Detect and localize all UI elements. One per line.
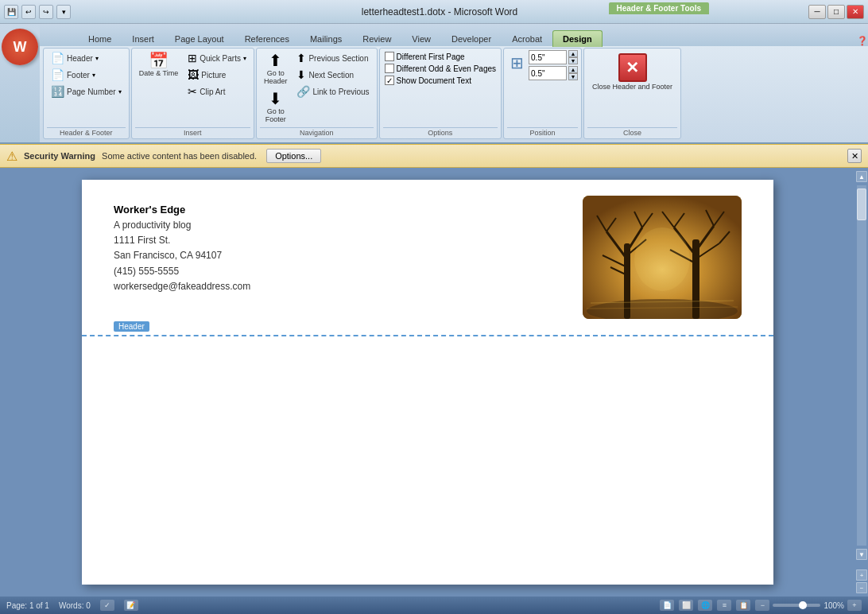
footer-position-input[interactable]: [529, 66, 567, 80]
header-tag: Header: [114, 321, 149, 332]
show-doc-text-row: ✓ Show Document Text: [385, 76, 496, 85]
hf-col: 📄 Header ▾ 📄 Footer ▾: [47, 50, 126, 99]
security-warning-icon: ⚠: [6, 149, 17, 164]
tab-view[interactable]: View: [401, 30, 441, 47]
go-to-footer-button[interactable]: ⬇ Go toFooter: [262, 88, 290, 126]
view-full-screen-icon[interactable]: ⬜: [679, 600, 693, 611]
app-window: 💾 ↩ ↪ ▾ letterheadtest1.dotx - Microsoft…: [0, 0, 868, 614]
previous-section-button[interactable]: ⬆ Previous Section: [293, 50, 373, 66]
footer-pos-up[interactable]: ▲: [568, 66, 578, 73]
tab-bar: Home Insert Page Layout References Maili…: [40, 24, 868, 46]
tab-acrobat[interactable]: Acrobat: [502, 30, 552, 47]
minimize-button[interactable]: ─: [808, 5, 826, 19]
footer-pos-spinner: ▲ ▼: [568, 66, 578, 80]
close-header-footer-button[interactable]: ✕ Close Header and Footer: [587, 50, 677, 94]
diff-odd-even-checkbox[interactable]: [385, 64, 394, 73]
addr-line-2: 1111 First St.: [114, 233, 250, 248]
goto-header-icon: ⬆: [269, 52, 282, 68]
security-options-button[interactable]: Options...: [266, 149, 321, 163]
clip-art-icon: ✂: [188, 85, 197, 98]
view-print-icon[interactable]: 📄: [660, 600, 674, 611]
right-scrollbar: ▲ ▼ + −: [855, 168, 868, 597]
scroll-up-btn[interactable]: ▲: [856, 171, 867, 182]
word-count: Words: 0: [59, 601, 91, 610]
tab-home[interactable]: Home: [78, 30, 122, 47]
tab-developer[interactable]: Developer: [441, 30, 502, 47]
view-draft-icon[interactable]: 📋: [736, 600, 750, 611]
body-section[interactable]: [82, 336, 773, 559]
header-button[interactable]: 📄 Header ▾: [47, 50, 126, 66]
header-image: [583, 196, 742, 319]
diff-odd-even-label: Different Odd & Even Pages: [397, 64, 496, 73]
zoom-out-icon[interactable]: −: [755, 600, 769, 611]
qa-extra-btn[interactable]: ▾: [56, 5, 71, 19]
quick-parts-button[interactable]: ⊞ Quick Parts ▾: [184, 50, 250, 66]
status-bar: Page: 1 of 1 Words: 0 ✓ 📝 📄 ⬜ 🌐 ≡ 📋 − 10…: [0, 597, 868, 614]
zoom-out-small-btn[interactable]: −: [856, 582, 867, 593]
view-outline-icon[interactable]: ≡: [717, 600, 731, 611]
nav-buttons: ⬆ Go toHeader ⬇ Go toFooter ⬆: [260, 50, 374, 126]
next-section-icon: ⬇: [296, 68, 306, 81]
svg-point-22: [634, 227, 690, 291]
track-changes-icon[interactable]: 📝: [124, 600, 138, 611]
footer-dropdown-icon: ▾: [92, 72, 95, 79]
footer-button[interactable]: 📄 Footer ▾: [47, 67, 126, 83]
date-time-button[interactable]: 📅 Date & Time: [135, 50, 183, 80]
goto-header-label: Go toHeader: [264, 69, 288, 85]
tree-svg: [583, 196, 742, 319]
go-to-header-button[interactable]: ⬆ Go toHeader: [260, 50, 292, 87]
link-prev-label: Link to Previous: [312, 87, 369, 96]
next-section-button[interactable]: ⬇ Next Section: [293, 67, 373, 83]
zoom-thumb[interactable]: [799, 601, 807, 609]
tab-references[interactable]: References: [234, 30, 300, 47]
header-dropdown-icon: ▾: [95, 55, 99, 62]
group-position: ⊞ ▲ ▼: [503, 48, 582, 139]
office-btn-wrap: W: [0, 24, 40, 142]
insert-col2: ⊞ Quick Parts ▾ 🖼 Picture ✂: [184, 50, 250, 99]
page-info: Page: 1 of 1: [6, 601, 49, 610]
tab-review[interactable]: Review: [352, 30, 401, 47]
scroll-thumb[interactable]: [857, 188, 866, 220]
pagenum-dropdown-icon: ▾: [118, 88, 122, 95]
header-position-input[interactable]: [529, 50, 567, 64]
footer-pos-row: ▲ ▼: [529, 66, 578, 80]
link-to-previous-button[interactable]: 🔗 Link to Previous: [293, 84, 373, 99]
insert-group-label: Insert: [135, 127, 250, 137]
zoom-in-small-btn[interactable]: +: [856, 569, 867, 581]
clip-art-button[interactable]: ✂ Clip Art: [184, 84, 250, 99]
page-number-button[interactable]: 🔢 Page Number ▾: [47, 84, 126, 99]
zoom-in-icon[interactable]: +: [847, 600, 862, 611]
ribbon: W Home Insert Page Layout References Mai…: [0, 24, 868, 144]
diff-first-label: Different First Page: [397, 52, 465, 61]
maximize-button[interactable]: □: [827, 5, 845, 19]
window-close-button[interactable]: ✕: [847, 5, 864, 19]
proof-icon[interactable]: ✓: [100, 600, 114, 611]
tab-page-layout[interactable]: Page Layout: [165, 30, 234, 47]
options-col: Different First Page Different Odd & Eve…: [383, 50, 498, 87]
tab-design[interactable]: Design: [552, 30, 603, 47]
addr-line-4: (415) 555-5555: [114, 264, 250, 279]
security-bar: ⚠ Security Warning Some active content h…: [0, 144, 868, 168]
view-web-icon[interactable]: 🌐: [698, 600, 712, 611]
tab-mailings[interactable]: Mailings: [300, 30, 352, 47]
footer-pos-down[interactable]: ▼: [568, 73, 578, 80]
header-pos-down[interactable]: ▼: [568, 57, 578, 64]
tab-insert[interactable]: Insert: [122, 30, 165, 47]
security-bar-close-button[interactable]: ✕: [847, 149, 862, 163]
show-doc-text-checkbox[interactable]: ✓: [385, 76, 394, 85]
header-pos-up[interactable]: ▲: [568, 50, 578, 57]
zoom-slider[interactable]: [773, 604, 820, 607]
options-group-label: Options: [383, 127, 498, 137]
goto-footer-label: Go toFooter: [265, 107, 286, 123]
redo-quick-btn[interactable]: ↪: [39, 5, 53, 19]
picture-button[interactable]: 🖼 Picture: [184, 67, 250, 83]
diff-first-checkbox[interactable]: [385, 52, 394, 61]
header-label-btn: Header: [67, 54, 93, 63]
save-quick-btn[interactable]: 💾: [4, 5, 18, 19]
scroll-down-btn[interactable]: ▼: [856, 549, 867, 560]
undo-quick-btn[interactable]: ↩: [21, 5, 36, 19]
address-block: Worker's Edge A productivity blog 1111 F…: [114, 196, 250, 294]
help-icon[interactable]: ❓: [857, 36, 868, 46]
pos-inputs: ▲ ▼ ▲ ▼: [529, 50, 578, 80]
office-button[interactable]: W: [2, 29, 38, 65]
